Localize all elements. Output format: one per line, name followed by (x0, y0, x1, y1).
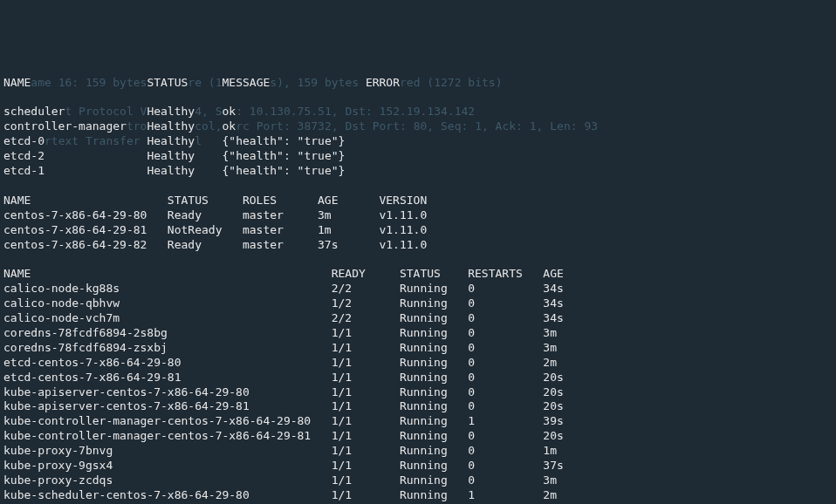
node-header: NAME STATUS ROLES AGE VERSION (3, 194, 833, 208)
pod-row: etcd-centos-7-x86-64-29-81 1/1 Running 0… (3, 371, 833, 385)
pod-row: kube-proxy-zcdqs 1/1 Running 0 3m (3, 473, 833, 488)
pod-status-table: NAME READY STATUS RESTARTS AGEcalico-nod… (3, 267, 833, 504)
cs-row: controller-managertroHealthycol,okrc Por… (3, 119, 833, 134)
pod-row: coredns-78fcdf6894-zsxbj 1/1 Running 0 3… (3, 341, 833, 356)
pod-row: kube-proxy-7bnvg 1/1 Running 0 1m (3, 444, 833, 459)
pod-row: calico-node-qbhvw 1/2 Running 0 34s (3, 296, 833, 311)
cs-row: schedulert Protocol VHealthy4, Sok: 10.1… (3, 105, 833, 119)
terminal-output[interactable]: NAMEame 16: 159 bytesSTATUSre (1MESSAGEs… (3, 59, 833, 504)
pod-row: calico-node-kg88s 2/2 Running 0 34s (3, 282, 833, 296)
pod-row: kube-proxy-9gsx4 1/1 Running 0 37s (3, 459, 833, 473)
pod-row: kube-scheduler-centos-7-x86-64-29-80 1/1… (3, 488, 833, 503)
pod-row: coredns-78fcdf6894-2s8bg 1/1 Running 0 3… (3, 326, 833, 341)
pod-row: etcd-centos-7-x86-64-29-80 1/1 Running 0… (3, 356, 833, 371)
node-row: centos-7-x86-64-29-82 Ready master 37s v… (3, 238, 833, 253)
cs-header: NAMEame 16: 159 bytesSTATUSre (1MESSAGEs… (3, 76, 833, 91)
cs-row: etcd-1 Healthy {"health": "true"} (3, 164, 833, 179)
pod-row: kube-controller-manager-centos-7-x86-64-… (3, 429, 833, 444)
pod-row: calico-node-vch7m 2/2 Running 0 34s (3, 311, 833, 326)
pod-row: kube-apiserver-centos-7-x86-64-29-80 1/1… (3, 385, 833, 400)
cs-row: etcd-2 Healthy {"health": "true"} (3, 149, 833, 164)
node-row: centos-7-x86-64-29-81 NotReady master 1m… (3, 223, 833, 238)
node-row: centos-7-x86-64-29-80 Ready master 3m v1… (3, 208, 833, 223)
pod-row: kube-apiserver-centos-7-x86-64-29-81 1/1… (3, 399, 833, 414)
node-status-table: NAME STATUS ROLES AGE VERSIONcentos-7-x8… (3, 194, 833, 253)
component-status-table: schedulert Protocol VHealthy4, Sok: 10.1… (3, 105, 833, 179)
pod-header: NAME READY STATUS RESTARTS AGE (3, 267, 833, 282)
cs-row: etcd-0rtext Transfer Healthyl {"health":… (3, 134, 833, 149)
pod-row: kube-controller-manager-centos-7-x86-64-… (3, 414, 833, 429)
